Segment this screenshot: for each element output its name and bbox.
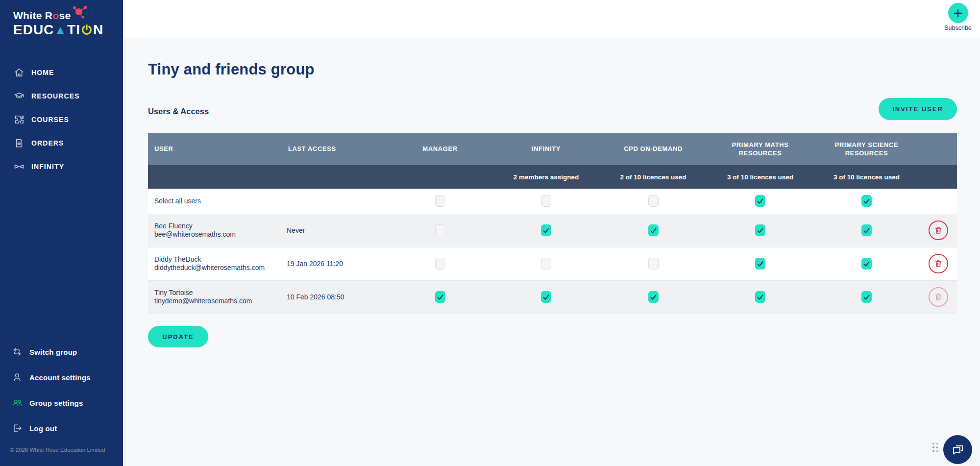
logo-text: White R [13,10,52,21]
chat-bubbles-icon [951,443,965,457]
copyright-text: © 2026 White Rose Education Limited [10,447,105,453]
maths-checkbox[interactable] [755,224,765,236]
user-name: Diddy TheDuck [154,255,277,264]
maths-checkbox[interactable] [755,258,765,270]
logo-text: TI [67,22,80,38]
cpd-checkbox[interactable] [648,291,659,303]
manager-checkbox[interactable] [435,258,445,270]
logo-text: N [93,22,103,38]
sidebar-item-resources[interactable]: RESOURCES [0,84,123,108]
brand-logo-line1: White Rose [13,10,103,22]
infinity-icon [13,161,25,172]
plus-icon[interactable] [948,3,968,23]
select-all-maths-checkbox[interactable] [755,195,765,207]
sidebar-item-orders[interactable]: ORDERS [0,131,123,155]
science-checkbox[interactable] [861,258,872,270]
trash-icon [934,226,943,235]
select-all-row: Select all users [148,189,957,214]
trash-icon [934,293,943,301]
user-name: Bee Fluency [154,222,277,231]
col-header-cpd: CPD ON-DEMAND [599,133,707,165]
delete-user-button[interactable] [929,221,948,240]
col-header-last-access: LAST ACCESS [282,133,387,165]
sidebar: White Rose EDUC▲TIN HOME [0,0,123,466]
puzzle-icon [13,114,25,125]
select-all-cpd-checkbox[interactable] [648,195,659,207]
select-all-manager-checkbox[interactable] [435,195,445,207]
sidebar-item-infinity[interactable]: INFINITY [0,155,123,178]
sidebar-item-courses[interactable]: COURSES [0,108,123,131]
table-row-user: Tiny Tortoise tinydemo@whiterosemaths.co… [148,280,957,314]
delete-user-button[interactable] [929,287,948,307]
maths-checkbox[interactable] [755,291,765,303]
update-button[interactable]: UPDATE [148,326,208,347]
sidebar-item-log-out[interactable]: Log out [0,416,123,441]
power-icon [81,24,93,36]
logo-text: EDUC [13,22,54,38]
licence-summary-row: 2 members assigned 2 of 10 licences used… [148,165,957,189]
logo-text: se [59,10,71,21]
delete-user-button[interactable] [929,254,948,273]
science-checkbox[interactable] [861,291,872,303]
logo-red-o: o [52,10,59,21]
swap-arrows-icon [11,346,23,358]
page-title: Tiny and friends group [148,61,315,78]
infinity-checkbox[interactable] [541,291,551,303]
graduation-cap-icon [13,90,25,102]
logo-triangle-a: ▲ [54,23,67,37]
infinity-checkbox[interactable] [541,224,551,236]
table-row-user: Diddy TheDuck diddytheduck@whiterosemath… [148,247,957,280]
select-all-infinity-checkbox[interactable] [541,195,551,207]
science-licences-used: 3 of 10 licences used [813,165,920,189]
sidebar-item-group-settings[interactable]: Group settings [0,390,123,416]
logout-icon [11,422,23,434]
sidebar-item-label: Switch group [29,348,77,356]
molecule-icon [71,4,90,19]
user-email: diddytheduck@whiterosemaths.com [154,264,277,272]
col-header-actions [920,133,957,165]
last-access-value: Never [282,214,387,247]
col-header-user: USER [148,133,282,165]
users-access-table: USER LAST ACCESS MANAGER INFINITY CPD ON… [148,133,957,314]
sidebar-item-label: COURSES [31,116,69,123]
sidebar-item-home[interactable]: HOME [0,61,123,84]
cpd-checkbox[interactable] [648,224,659,236]
col-header-maths: PRIMARY MATHS RESOURCES [707,133,813,165]
col-header-science: PRIMARY SCIENCE RESOURCES [813,133,920,165]
last-access-value: 19 Jan 2026 11:20 [282,247,387,280]
users-access-heading: Users & Access [148,107,209,116]
sidebar-item-label: Log out [29,424,57,433]
brand-logo-line2: EDUC▲TIN [13,22,103,38]
select-all-science-checkbox[interactable] [861,195,872,207]
sidebar-nav: HOME RESOURCES COURSES ORDERS INFINITY [0,61,123,178]
sidebar-item-label: HOME [31,69,54,76]
subscribe-label: Subscribe [942,25,974,31]
cpd-checkbox[interactable] [648,258,659,270]
col-header-infinity: INFINITY [493,133,599,165]
top-bar: Subscribe [123,0,980,38]
subscribe-button[interactable]: Subscribe [942,3,974,31]
table-row-user: Bee Fluency bee@whiterosemaths.com Never [148,214,957,247]
maths-licences-used: 3 of 10 licences used [707,165,813,189]
brand-logo[interactable]: White Rose EDUC▲TIN [13,10,103,38]
sidebar-item-switch-group[interactable]: Switch group [0,339,123,365]
last-access-value: 10 Feb 2026 08:50 [282,280,387,314]
manager-checkbox[interactable] [435,291,445,303]
sidebar-item-account-settings[interactable]: Account settings [0,365,123,390]
chat-button[interactable] [943,435,972,464]
science-checkbox[interactable] [861,224,872,236]
sidebar-footer-nav: Switch group Account settings Group sett… [0,339,123,441]
manager-checkbox[interactable] [435,224,445,236]
select-all-label: Select all users [148,189,282,214]
user-email: tinydemo@whiterosemaths.com [154,297,277,306]
table-header-row: USER LAST ACCESS MANAGER INFINITY CPD ON… [148,133,957,165]
user-name: Tiny Tortoise [154,289,277,297]
person-icon [11,371,23,383]
invite-user-button[interactable]: INVITE USER [879,98,957,120]
sidebar-item-label: RESOURCES [31,92,80,100]
infinity-checkbox[interactable] [541,258,551,270]
document-icon [13,137,25,149]
user-email: bee@whiterosemaths.com [154,230,277,239]
sidebar-item-label: ORDERS [31,139,64,147]
widget-drag-handle[interactable] [931,442,939,453]
